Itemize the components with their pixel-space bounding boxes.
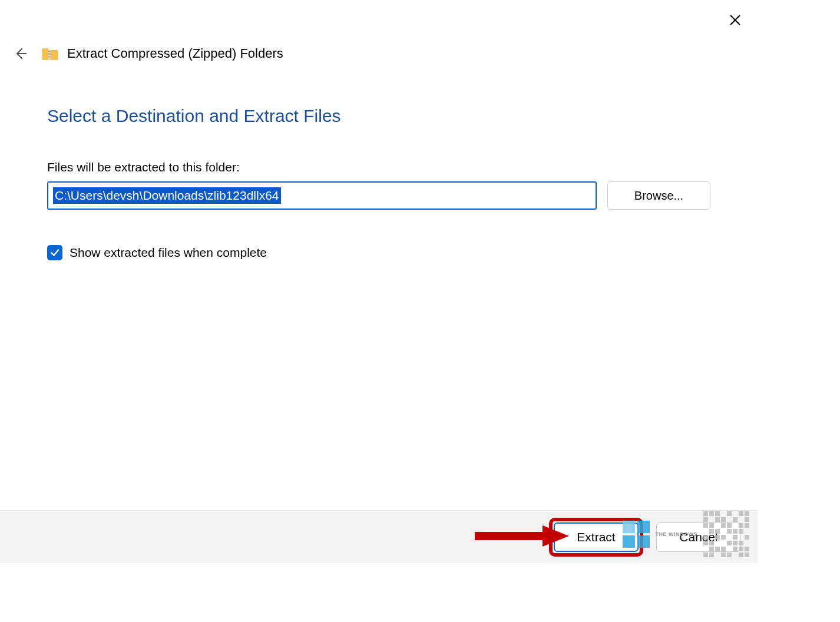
show-files-checkbox[interactable] xyxy=(47,245,62,260)
destination-path-label: Files will be extracted to this folder: xyxy=(47,160,710,174)
destination-path-input[interactable]: C:\Users\devsh\Downloads\zlib123dllx64 xyxy=(47,181,597,210)
dialog-header: Extract Compressed (Zipped) Folders xyxy=(12,46,283,61)
page-heading: Select a Destination and Extract Files xyxy=(47,106,710,126)
dialog-title: Extract Compressed (Zipped) Folders xyxy=(67,46,283,61)
extract-button-highlight: Extract xyxy=(549,518,643,557)
destination-path-value: C:\Users\devsh\Downloads\zlib123dllx64 xyxy=(53,187,281,204)
dialog-content: Select a Destination and Extract Files F… xyxy=(47,106,710,260)
back-arrow-icon[interactable] xyxy=(12,47,28,61)
extract-button[interactable]: Extract xyxy=(554,522,639,552)
zipped-folder-icon xyxy=(41,47,59,61)
dialog-footer: Extract Cancel xyxy=(0,510,758,563)
close-button[interactable] xyxy=(726,11,745,29)
browse-button[interactable]: Browse... xyxy=(607,181,710,210)
cancel-button[interactable]: Cancel xyxy=(656,522,741,552)
show-files-checkbox-label: Show extracted files when complete xyxy=(70,246,267,260)
